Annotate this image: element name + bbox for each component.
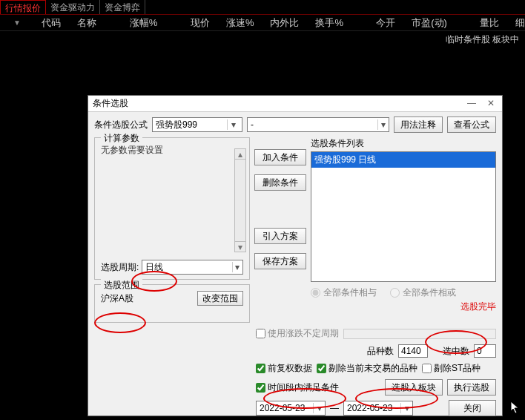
list-item[interactable]: 强势股999 日线 (311, 152, 495, 168)
condition-list-label: 选股条件列表 (311, 137, 496, 150)
condition-stock-dialog: 条件选股 — ✕ 条件选股公式 ▾ ▾ 用法注释 查看公式 计算参数 无参数需 (88, 95, 503, 416)
formula-label: 条件选股公式 (94, 119, 148, 131)
radio-or: 全部条件相或 (390, 286, 456, 299)
col-change[interactable]: 涨幅% (130, 16, 158, 30)
period-combo[interactable]: ▾ (142, 260, 243, 275)
period-input[interactable] (142, 260, 231, 274)
delete-condition-button[interactable]: 删除条件 (254, 174, 306, 191)
chevron-down-icon[interactable]: ▾ (232, 262, 242, 272)
tab-quotes[interactable]: 行情报价 (0, 0, 46, 14)
calc-params-fieldset: 计算参数 无参数需要设置 ▴ ▾ 选股周期: ▾ (94, 137, 250, 280)
close-icon[interactable]: ✕ (481, 96, 501, 111)
chevron-down-icon[interactable]: ▾ (313, 403, 325, 413)
period-label: 选股周期: (101, 261, 139, 274)
col-speed[interactable]: 涨速% (226, 16, 254, 30)
chevron-down-icon[interactable]: ▾ (227, 119, 239, 130)
formula-suffix-input[interactable] (248, 118, 377, 131)
execute-button[interactable]: 执行选股 (447, 379, 496, 396)
close-button[interactable]: 关闭 (449, 400, 496, 416)
date-from-combo[interactable]: ▾ (256, 401, 326, 416)
top-tabs: 行情报价 资金驱动力 资金博弈 (0, 0, 525, 15)
selected-count-value (474, 344, 496, 358)
col-volratio[interactable]: 量比 (480, 16, 499, 30)
date-to-input[interactable] (344, 401, 400, 415)
formula-suffix-combo[interactable]: ▾ (247, 117, 389, 132)
column-header: ▼ 代码 名称 涨幅% 现价 涨速% 内外比 换手% 今开 市盈(动) 量比 细 (0, 15, 525, 31)
variety-count-label: 品种数 (367, 345, 394, 358)
date-to-combo[interactable]: ▾ (343, 401, 413, 416)
fq-check[interactable]: 前复权数据 (256, 362, 312, 375)
radio-and: 全部条件相与 (311, 286, 377, 299)
chevron-down-icon[interactable]: ▾ (400, 403, 412, 413)
condition-listbox[interactable]: 强势股999 日线 (311, 151, 496, 282)
remove-nontrade-check[interactable]: 剔除当前未交易的品种 (317, 362, 417, 375)
date-separator: — (330, 403, 339, 413)
usage-button[interactable]: 用法注释 (394, 117, 443, 133)
calc-params-legend: 计算参数 (101, 132, 142, 145)
formula-combo[interactable]: ▾ (152, 117, 242, 132)
progress-bar (343, 329, 496, 339)
variety-count-value (398, 344, 428, 358)
change-scope-button[interactable]: 改变范围 (197, 291, 243, 306)
scope-value: 沪深A股 (101, 292, 133, 305)
dialog-title: 条件选股 (93, 97, 128, 110)
formula-input[interactable] (153, 118, 227, 131)
col-code[interactable]: 代码 (42, 16, 61, 30)
tab-capital-drive[interactable]: 资金驱动力 (46, 0, 100, 14)
dropdown-indicator[interactable]: ▼ (13, 19, 21, 27)
minimize-icon[interactable]: — (462, 96, 481, 111)
time-range-check[interactable]: 时间段内满足条件 (256, 381, 339, 394)
cursor-icon (510, 401, 522, 416)
remove-st-check[interactable]: 剔除ST品种 (422, 362, 481, 375)
add-condition-button[interactable]: 加入条件 (254, 149, 306, 165)
into-block-button[interactable]: 选股入板块 (385, 379, 443, 396)
selected-count-label: 选中数 (443, 345, 469, 358)
dialog-titlebar[interactable]: 条件选股 — ✕ (88, 96, 502, 112)
col-turnover[interactable]: 换手% (315, 16, 343, 30)
col-pe[interactable]: 市盈(动) (412, 16, 447, 30)
col-open[interactable]: 今开 (376, 16, 395, 30)
chevron-down-icon[interactable]: ▾ (377, 119, 389, 130)
view-formula-button[interactable]: 查看公式 (447, 117, 496, 133)
col-price[interactable]: 现价 (191, 16, 210, 30)
use-undetermined-check[interactable]: 使用涨跌不定周期 (256, 327, 339, 340)
scope-fieldset: 选股范围 沪深A股 改变范围 (94, 284, 250, 323)
import-plan-button[interactable]: 引入方案 (254, 228, 306, 244)
col-inout[interactable]: 内外比 (270, 16, 299, 30)
col-name[interactable]: 名称 (77, 16, 96, 30)
save-plan-button[interactable]: 保存方案 (254, 253, 306, 269)
selection-done-text: 选股完毕 (311, 301, 496, 313)
col-detail[interactable]: 细 (515, 16, 525, 30)
status-line: 临时条件股 板块中 (0, 31, 525, 48)
scope-legend: 选股范围 (101, 279, 142, 292)
date-from-input[interactable] (257, 401, 313, 415)
scrollbar[interactable]: ▴ ▾ (234, 148, 246, 252)
tab-capital-game[interactable]: 资金博弈 (100, 0, 145, 14)
no-params-text: 无参数需要设置 (101, 144, 243, 157)
